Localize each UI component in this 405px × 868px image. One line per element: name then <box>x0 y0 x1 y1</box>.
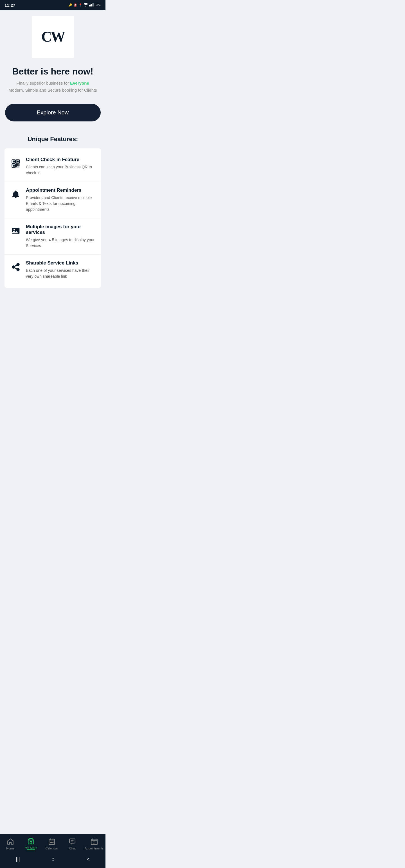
image-icon <box>10 225 21 237</box>
app-logo: CW <box>32 16 74 58</box>
svg-rect-7 <box>13 160 15 162</box>
svg-point-24 <box>17 269 19 271</box>
status-icons: 🔑 🔇 📍 57% <box>68 3 101 7</box>
feature-links-text: Sharable Service Links Each one of your … <box>26 260 95 279</box>
feature-checkin-desc: Clients can scan your Business QR to che… <box>26 164 95 176</box>
hero-subtitle2: Modern, Simple and Secure booking for Cl… <box>8 88 97 92</box>
svg-rect-1 <box>89 5 90 6</box>
location-icon: 📍 <box>79 3 82 7</box>
status-bar: 11:27 🔑 🔇 📍 57% <box>0 0 106 10</box>
feature-links: Sharable Service Links Each one of your … <box>4 255 101 285</box>
bell-icon <box>10 189 21 200</box>
share-icon <box>10 261 21 273</box>
feature-images-desc: We give you 4-5 images to display your S… <box>26 237 95 249</box>
feature-reminders: Appointment Reminders Providers and Clie… <box>4 182 101 218</box>
svg-rect-19 <box>17 166 20 167</box>
logo-letters: CW <box>41 30 64 44</box>
svg-rect-15 <box>16 165 17 166</box>
svg-rect-18 <box>16 166 17 167</box>
svg-line-25 <box>15 268 17 269</box>
svg-rect-12 <box>16 164 17 165</box>
key-icon: 🔑 <box>68 3 72 7</box>
svg-rect-14 <box>18 164 20 165</box>
hero-title: Better is here now! <box>12 66 93 77</box>
features-card: Client Check-in Feature Clients can scan… <box>4 148 101 288</box>
svg-point-23 <box>12 266 15 268</box>
feature-links-desc: Each one of your services have their ver… <box>26 268 95 279</box>
feature-images-text: Multiple images for your services We giv… <box>26 224 95 249</box>
subtitle-highlight: Everyone <box>70 81 89 86</box>
features-title: Unique Features: <box>28 135 78 143</box>
svg-point-0 <box>85 6 86 6</box>
qr-code-icon <box>10 158 21 169</box>
feature-images: Multiple images for your services We giv… <box>4 218 101 255</box>
battery-icon: 57% <box>95 3 101 7</box>
svg-rect-11 <box>13 165 15 167</box>
mute-icon: 🔇 <box>74 3 77 7</box>
svg-point-22 <box>17 263 19 265</box>
svg-rect-9 <box>17 160 19 162</box>
svg-rect-13 <box>17 164 18 165</box>
signal-icon <box>89 3 94 7</box>
svg-rect-4 <box>92 3 93 6</box>
subtitle-prefix: Finally superior business for <box>16 81 70 86</box>
hero-subtitle: Finally superior business for Everyone <box>16 80 89 87</box>
wifi-icon <box>84 3 88 7</box>
feature-reminders-title: Appointment Reminders <box>26 187 95 193</box>
status-time: 11:27 <box>4 3 15 8</box>
feature-images-title: Multiple images for your services <box>26 224 95 235</box>
svg-rect-3 <box>91 4 92 6</box>
svg-line-26 <box>15 265 17 266</box>
feature-links-title: Sharable Service Links <box>26 260 95 266</box>
feature-checkin-title: Client Check-in Feature <box>26 157 95 162</box>
feature-checkin: Client Check-in Feature Clients can scan… <box>4 151 101 182</box>
feature-checkin-text: Client Check-in Feature Clients can scan… <box>26 157 95 176</box>
svg-rect-17 <box>18 165 20 166</box>
explore-now-button[interactable]: Explore Now <box>5 104 101 121</box>
svg-rect-5 <box>93 3 94 6</box>
main-content: CW Better is here now! Finally superior … <box>0 10 106 333</box>
svg-rect-2 <box>90 4 91 6</box>
svg-point-21 <box>13 229 15 230</box>
feature-reminders-desc: Providers and Clients receive multiple E… <box>26 195 95 213</box>
svg-rect-16 <box>17 165 18 166</box>
feature-reminders-text: Appointment Reminders Providers and Clie… <box>26 187 95 213</box>
